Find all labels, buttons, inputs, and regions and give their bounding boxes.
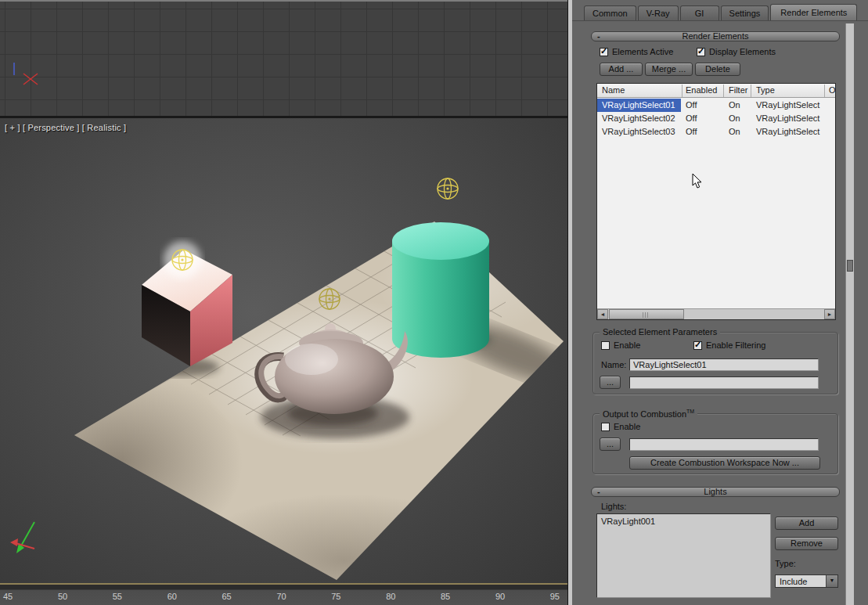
scroll-right-icon[interactable]: ► — [824, 309, 835, 319]
check-icon: ✓ — [697, 46, 704, 56]
enable-label: Enable — [614, 340, 640, 350]
scrollbar-thumb[interactable] — [609, 309, 684, 319]
create-combustion-workspace-button[interactable]: Create Combustion Workspace Now ... — [629, 456, 820, 470]
timeline-tick[interactable]: 95 — [550, 592, 560, 601]
add-light-button[interactable]: Add — [775, 517, 838, 530]
timeline-tick[interactable]: 50 — [58, 592, 67, 601]
dropdown-value: Include — [780, 577, 807, 586]
lights-list-label: Lights: — [601, 502, 626, 511]
axis-tripod-icon — [10, 522, 34, 553]
display-elements-checkbox[interactable]: ✓ — [697, 48, 705, 56]
tab-render-elements[interactable]: Render Elements — [770, 4, 857, 20]
perspective-viewport[interactable]: [ + ] [ Perspective ] [ Realistic ] — [0, 118, 567, 583]
check-icon: ✓ — [694, 340, 701, 350]
tab-gi[interactable]: GI — [680, 5, 719, 20]
row-name-cell[interactable]: VRayLightSelect01 — [597, 99, 681, 112]
row-enabled-cell: Off — [686, 100, 697, 110]
timeline-tick[interactable]: 70 — [276, 592, 286, 601]
chevron-down-icon[interactable]: ▼ — [826, 575, 837, 587]
rollout-title: Lights — [704, 487, 726, 496]
render-setup-panel: Common V-Ray GI Settings Render Elements… — [572, 0, 868, 605]
enable-checkbox[interactable] — [601, 341, 610, 350]
col-name[interactable]: Name — [602, 85, 625, 95]
display-elements-label: Display Elements — [709, 47, 776, 56]
table-horizontal-scrollbar[interactable]: ◄ ► — [597, 308, 835, 319]
timeline-tick[interactable]: 75 — [331, 592, 340, 601]
column-separator[interactable] — [723, 85, 724, 97]
scrollbar-thumb[interactable] — [847, 260, 853, 272]
lights-list[interactable]: VRayLight001 — [596, 513, 771, 598]
group-title: Output to CombustionTM — [600, 409, 697, 419]
row-filter-cell: On — [729, 113, 740, 123]
row-filter-cell: On — [729, 127, 740, 136]
rollout-title: Render Elements — [683, 31, 749, 41]
table-row[interactable]: VRayLightSelect01 Off On VRayLightSelect — [597, 99, 835, 112]
combustion-browse-button[interactable]: ... — [600, 438, 621, 451]
row-enabled-cell: Off — [686, 127, 697, 136]
combustion-enable-checkbox[interactable] — [601, 423, 610, 431]
3dsmax-application: [ + ] [ Perspective ] [ Realistic ] 45 5… — [0, 0, 868, 605]
row-type-cell: VRayLightSelect — [756, 127, 819, 136]
row-name-cell: VRayLightSelect03 — [602, 127, 675, 136]
timeline[interactable]: 45 50 55 60 65 70 75 80 85 90 95 — [0, 583, 567, 605]
group-title: Selected Element Parameters — [600, 327, 720, 337]
selected-element-parameters-group: Selected Element Parameters Enable ✓ Ena… — [592, 332, 838, 394]
element-output-path-input[interactable] — [629, 376, 819, 389]
render-dialog-tabs: Common V-Ray GI Settings Render Elements — [584, 3, 859, 20]
output-to-combustion-group: Output to CombustionTM Enable ... Create… — [592, 413, 838, 474]
column-separator[interactable] — [824, 85, 825, 97]
render-elements-table[interactable]: Name Enabled Filter Type O VRayLightSele… — [596, 83, 836, 320]
timeline-tick[interactable]: 45 — [3, 592, 13, 601]
tab-vray[interactable]: V-Ray — [638, 5, 679, 20]
column-separator[interactable] — [682, 85, 683, 97]
name-label: Name: — [601, 360, 626, 369]
elements-active-checkbox[interactable]: ✓ — [600, 48, 608, 56]
combustion-enable-label: Enable — [614, 422, 640, 431]
table-header-row: Name Enabled Filter Type O — [597, 84, 835, 98]
render-elements-rollout-header[interactable]: - Render Elements — [591, 31, 840, 41]
col-enabled[interactable]: Enabled — [686, 85, 717, 95]
row-type-cell: VRayLightSelect — [756, 113, 819, 123]
timeline-tick[interactable]: 55 — [113, 592, 122, 601]
timeline-tick[interactable]: 80 — [386, 592, 395, 601]
enable-filtering-checkbox[interactable]: ✓ — [693, 341, 702, 350]
row-name-cell: VRayLightSelect02 — [602, 113, 675, 123]
merge-element-button[interactable]: Merge ... — [645, 63, 693, 76]
viewport-column: [ + ] [ Perspective ] [ Realistic ] 45 5… — [0, 0, 567, 605]
3d-scene[interactable] — [0, 118, 567, 583]
panel-vertical-scrollbar[interactable] — [845, 23, 854, 605]
row-enabled-cell: Off — [686, 113, 697, 123]
row-type-cell: VRayLightSelect — [756, 100, 819, 110]
type-dropdown[interactable]: Include ▼ — [775, 574, 838, 588]
elements-active-label: Elements Active — [612, 47, 673, 56]
remove-light-button[interactable]: Remove — [775, 537, 838, 550]
combustion-path-input[interactable] — [629, 438, 819, 451]
timeline-tick[interactable]: 60 — [167, 592, 177, 601]
add-element-button[interactable]: Add ... — [600, 63, 643, 76]
table-row[interactable]: VRayLightSelect03 Off On VRayLightSelect — [597, 125, 835, 139]
table-row[interactable]: VRayLightSelect02 Off On VRayLightSelect — [597, 112, 835, 125]
type-label: Type: — [775, 559, 796, 568]
axis-gizmo-icon — [6, 56, 42, 89]
scroll-left-icon[interactable]: ◄ — [597, 309, 608, 319]
viewport-label[interactable]: [ + ] [ Perspective ] [ Realistic ] — [5, 123, 126, 132]
check-icon: ✓ — [600, 46, 607, 56]
light-gizmo-1[interactable] — [438, 178, 458, 199]
delete-element-button[interactable]: Delete — [695, 63, 740, 76]
timeline-tick[interactable]: 90 — [495, 592, 505, 601]
list-item[interactable]: VRayLight001 — [597, 514, 770, 528]
tab-common[interactable]: Common — [584, 5, 636, 20]
lights-rollout-header[interactable]: - Lights — [591, 487, 840, 497]
browse-output-button[interactable]: ... — [600, 376, 621, 389]
tab-settings[interactable]: Settings — [721, 5, 769, 20]
timeline-tick[interactable]: 65 — [222, 592, 232, 601]
col-overflow[interactable]: O — [829, 85, 836, 95]
col-type[interactable]: Type — [756, 85, 775, 95]
tabbar-divider — [572, 20, 868, 21]
column-separator[interactable] — [751, 85, 751, 97]
combustion-title-text: Output to Combustion — [603, 409, 686, 419]
element-name-input[interactable] — [629, 358, 819, 371]
timeline-tick[interactable]: 85 — [441, 592, 450, 601]
col-filter[interactable]: Filter — [729, 85, 747, 95]
top-viewport[interactable] — [0, 0, 567, 116]
